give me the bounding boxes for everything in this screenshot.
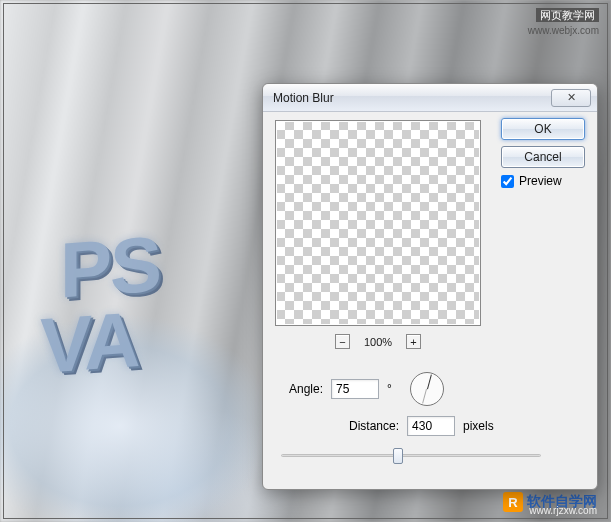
zoom-out-button[interactable]: − <box>335 334 350 349</box>
zoom-level: 100% <box>364 336 392 348</box>
watermark-top-url: www.webjx.com <box>528 25 599 36</box>
watermark-top-right: 网页教学网 www.webjx.com <box>528 8 599 37</box>
watermark-top-text: 网页教学网 <box>536 8 599 22</box>
filter-preview[interactable] <box>275 120 481 326</box>
slider-track <box>281 454 541 457</box>
angle-unit: ° <box>387 382 392 396</box>
watermark-badge-icon: R <box>503 492 523 512</box>
zoom-controls: − 100% + <box>275 334 481 349</box>
cancel-button[interactable]: Cancel <box>501 146 585 168</box>
angle-input[interactable] <box>331 379 379 399</box>
angle-needle-icon <box>427 375 432 390</box>
plus-icon: + <box>410 336 416 348</box>
dialog-body: − 100% + OK Cancel Preview Angle: ° <box>263 114 597 489</box>
slider-thumb[interactable] <box>393 448 403 464</box>
angle-dial[interactable] <box>410 372 444 406</box>
angle-row: Angle: ° <box>289 372 444 406</box>
dialog-button-column: OK Cancel Preview <box>501 118 585 188</box>
close-button[interactable]: ✕ <box>551 89 591 107</box>
distance-slider[interactable] <box>281 446 541 466</box>
distance-unit: pixels <box>463 419 494 433</box>
ok-button[interactable]: OK <box>501 118 585 140</box>
motion-blur-dialog: Motion Blur ✕ − 100% + OK Cancel Pre <box>262 83 598 490</box>
angle-needle-back-icon <box>422 389 427 404</box>
preview-checkbox[interactable] <box>501 175 514 188</box>
close-icon: ✕ <box>567 91 576 104</box>
distance-label: Distance: <box>349 419 399 433</box>
cancel-label: Cancel <box>524 150 561 164</box>
ok-label: OK <box>534 122 551 136</box>
angle-label: Angle: <box>289 382 323 396</box>
dialog-titlebar[interactable]: Motion Blur ✕ <box>263 84 597 112</box>
watermark-bottom-url: www.rjzxw.com <box>529 505 597 516</box>
distance-row: Distance: pixels <box>349 416 494 436</box>
dialog-title: Motion Blur <box>273 91 334 105</box>
zoom-in-button[interactable]: + <box>406 334 421 349</box>
distance-input[interactable] <box>407 416 455 436</box>
preview-toggle[interactable]: Preview <box>501 174 585 188</box>
minus-icon: − <box>339 336 345 348</box>
preview-label: Preview <box>519 174 562 188</box>
